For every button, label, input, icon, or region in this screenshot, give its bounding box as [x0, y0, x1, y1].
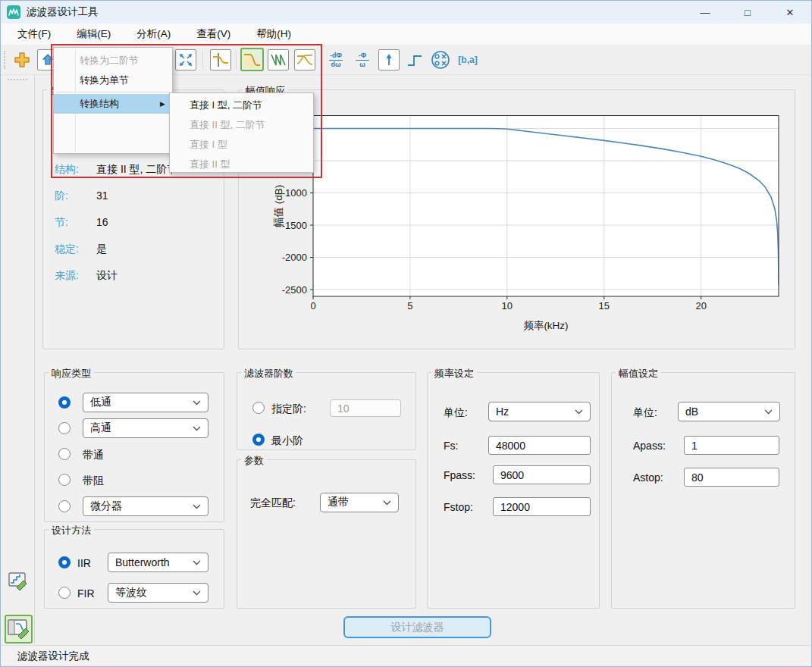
edit-dropdown-menu: 转换为二阶节 转换为单节 转换结构 ▶ [53, 47, 173, 154]
minimize-button[interactable]: — [684, 1, 726, 23]
menu-separator [57, 92, 169, 92]
apass-input[interactable]: 1 [684, 436, 779, 455]
set-quantization-parameters-button[interactable] [8, 571, 29, 592]
magnitude-response-plot: 051015200-500-1000-1500-2000-2500频率(kHz)… [238, 77, 799, 349]
differentiator-combo-value: 微分器 [90, 499, 122, 513]
astop-label: Astop: [633, 471, 663, 484]
sidebar-drag-handle[interactable] [8, 79, 27, 80]
lowpass-combo[interactable]: 低通 [83, 393, 208, 412]
svg-text:幅值 (dB): 幅值 (dB) [273, 185, 284, 227]
fir-method-value: 等波纹 [115, 586, 147, 600]
parameters-group: 参数 完全匹配: 通带 [237, 459, 416, 609]
fir-method-combo[interactable]: 等波纹 [108, 583, 208, 603]
radio-minimum-order[interactable] [252, 434, 265, 446]
specify-order-label: 指定阶: [271, 402, 306, 416]
menu-item-convert-to-sos[interactable]: 转换为二阶节 [54, 51, 172, 70]
bandstop-label: 带阻 [83, 474, 104, 488]
filter-order-title: 滤波器阶数 [241, 367, 296, 380]
iir-label: IIR [77, 557, 91, 569]
radio-specify-order[interactable] [252, 402, 265, 414]
radio-bandstop[interactable] [58, 474, 71, 486]
svg-text:-2000: -2000 [282, 252, 307, 263]
minimum-order-label: 最小阶 [271, 434, 303, 448]
radio-fir[interactable] [58, 587, 71, 599]
design-method-title: 设计方法 [49, 524, 94, 537]
menu-item-convert-structure[interactable]: 转换结构 ▶ [54, 94, 172, 114]
magnitude-and-phase-response-icon[interactable] [294, 49, 315, 70]
coefficients-glyph: [b,a] [458, 55, 477, 65]
info-label-source: 来源: [55, 269, 79, 283]
svg-text:频率(kHz): 频率(kHz) [523, 320, 568, 331]
menu-file[interactable]: 文件(F) [8, 24, 60, 44]
convert-structure-label: 转换结构 [80, 97, 119, 111]
magnitude-unit-combo[interactable]: dB [678, 402, 780, 421]
submenu-item-df2[interactable]: 直接 II 型 [170, 155, 313, 174]
menu-help[interactable]: 帮助(H) [247, 24, 300, 44]
astop-input[interactable]: 80 [684, 468, 779, 487]
close-button[interactable]: ✕ [769, 1, 811, 23]
pole-zero-plot-icon[interactable] [430, 49, 451, 70]
fpass-input[interactable]: 9600 [493, 465, 591, 484]
chevron-down-icon [575, 409, 583, 415]
apass-label: Apass: [633, 440, 666, 452]
radio-iir[interactable] [58, 556, 71, 568]
chevron-down-icon [193, 560, 201, 565]
highpass-combo-value: 高通 [90, 421, 111, 435]
radio-highpass[interactable] [58, 422, 71, 434]
frequency-settings-group: 频率设定 单位: Hz Fs: 48000 Fpass: 9600 Fstop:… [427, 372, 600, 609]
menu-analysis[interactable]: 分析(A) [127, 24, 180, 44]
phase-delay-response-icon[interactable]: -Φ ω [352, 49, 373, 70]
frequency-unit-combo[interactable]: Hz [488, 402, 591, 421]
chevron-down-icon [193, 590, 201, 596]
bandpass-label: 带通 [83, 449, 104, 462]
lowpass-combo-value: 低通 [90, 396, 111, 409]
group-delay-glyph-top: -dΦ [330, 52, 342, 59]
menu-bar: 文件(F) 编辑(E) 分析(A) 查看(V) 帮助(H) [1, 23, 811, 45]
new-filter-icon[interactable] [11, 49, 33, 70]
fstop-label: Fstop: [444, 501, 473, 513]
status-bar: 滤波器设计完成 [1, 645, 811, 666]
submenu-item-df1[interactable]: 直接 I 型 [170, 135, 313, 155]
app-icon [7, 5, 20, 19]
impulse-response-icon[interactable] [378, 49, 400, 70]
svg-text:15: 15 [599, 300, 610, 312]
maximize-button[interactable]: □ [726, 1, 769, 23]
magnitude-settings-group: 幅值设定 单位: dB Apass: 1 Astop: 80 [611, 372, 795, 609]
differentiator-combo[interactable]: 微分器 [83, 496, 208, 516]
design-method-group: 设计方法 IIR Butterworth FIR 等波纹 [44, 529, 224, 609]
iir-method-combo[interactable]: Butterworth [108, 553, 208, 572]
menu-view[interactable]: 查看(V) [187, 24, 240, 44]
match-exactly-combo[interactable]: 通带 [320, 493, 399, 512]
submenu-item-df1-sos[interactable]: 直接 I 型, 二阶节 [170, 96, 313, 115]
step-response-icon[interactable] [404, 49, 425, 70]
radio-bandpass[interactable] [58, 448, 71, 460]
match-exactly-value: 通带 [328, 496, 349, 509]
filter-coefficients-icon[interactable]: [b,a] [457, 49, 478, 70]
magnitude-settings-title: 幅值设定 [616, 367, 661, 380]
app-window: 滤波器设计工具 — □ ✕ 文件(F) 编辑(E) 分析(A) 查看(V) 帮助… [0, 0, 812, 667]
magnitude-response-icon[interactable] [240, 48, 264, 71]
group-delay-response-icon[interactable]: -dΦ dω [325, 49, 346, 70]
toolbar-drag-handle[interactable] [4, 51, 5, 69]
design-filter-panel-button[interactable] [5, 615, 33, 644]
chevron-down-icon [383, 500, 391, 506]
info-label-structure: 结构: [55, 163, 79, 177]
magnitude-unit-value: dB [685, 406, 698, 418]
fs-input[interactable]: 48000 [488, 436, 591, 455]
radio-lowpass[interactable] [58, 396, 71, 409]
highpass-combo[interactable]: 高通 [83, 418, 208, 438]
svg-text:10: 10 [502, 300, 513, 312]
frequency-settings-title: 频率设定 [431, 367, 477, 380]
radio-differentiator[interactable] [58, 500, 71, 512]
phase-response-icon[interactable] [268, 49, 289, 70]
specify-order-input[interactable]: 10 [330, 399, 401, 417]
info-value-structure: 直接 II 型, 二阶节 [96, 163, 177, 177]
menu-edit[interactable]: 编辑(E) [67, 24, 120, 44]
design-filter-button[interactable]: 设计滤波器 [343, 616, 491, 638]
menu-item-convert-to-single-section[interactable]: 转换为单节 [54, 70, 172, 90]
info-value-order: 31 [96, 189, 108, 202]
full-view-icon[interactable] [175, 49, 196, 70]
fstop-input[interactable]: 12000 [493, 497, 591, 516]
submenu-item-df2-sos[interactable]: 直接 II 型, 二阶节 [170, 115, 313, 135]
filter-specifications-icon[interactable] [210, 49, 231, 70]
